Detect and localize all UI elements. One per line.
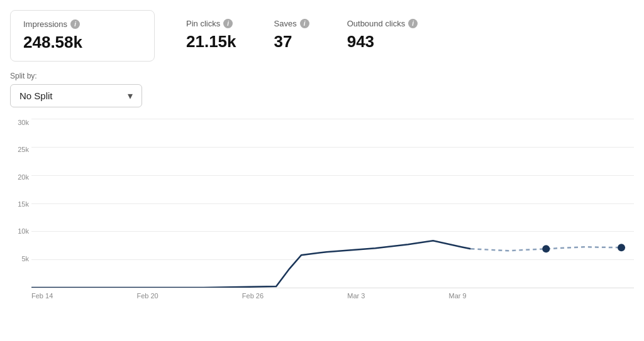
split-select[interactable]: No Split ▾	[10, 84, 142, 107]
impressions-value: 248.58k	[23, 33, 142, 52]
outbound-clicks-value: 943	[347, 32, 418, 51]
x-axis: Feb 14 Feb 20 Feb 26 Mar 3 Mar 9	[31, 288, 634, 300]
pin-clicks-label: Pin clicks i	[186, 19, 236, 28]
chevron-down-icon: ▾	[128, 90, 133, 102]
chart-svg	[31, 119, 634, 288]
outbound-clicks-card: Outbound clicks i 943	[328, 10, 437, 60]
y-axis: 30k 25k 20k 15k 10k 5k	[5, 119, 29, 282]
split-value: No Split	[19, 90, 53, 101]
y-label-20k: 20k	[18, 173, 29, 181]
impressions-label: Impressions i	[23, 19, 142, 29]
pin-clicks-info-icon[interactable]: i	[223, 19, 233, 28]
split-by-label: Split by:	[10, 72, 634, 80]
x-label-feb26: Feb 26	[242, 292, 264, 300]
impressions-info-icon[interactable]: i	[70, 19, 80, 29]
chart-dot-2	[618, 244, 625, 251]
x-label-mar3: Mar 3	[347, 292, 365, 300]
pin-clicks-value: 21.15k	[186, 32, 236, 51]
y-label-25k: 25k	[18, 146, 29, 153]
y-label-30k: 30k	[18, 119, 29, 126]
impressions-card: Impressions i 248.58k	[10, 10, 155, 62]
saves-value: 37	[274, 32, 309, 51]
x-label-mar9: Mar 9	[449, 292, 467, 300]
saves-card: Saves i 37	[255, 10, 328, 60]
x-label-feb20: Feb 20	[136, 292, 158, 300]
chart-area: 30k 25k 20k 15k 10k 5k Feb 14 Feb 20 Feb…	[0, 112, 644, 307]
y-label-5k: 5k	[21, 255, 29, 263]
split-section: Split by: No Split ▾	[0, 69, 644, 112]
y-label-10k: 10k	[18, 227, 29, 235]
chart-inner	[31, 119, 634, 288]
outbound-clicks-label: Outbound clicks i	[347, 19, 418, 28]
outbound-clicks-info-icon[interactable]: i	[408, 19, 418, 28]
saves-info-icon[interactable]: i	[300, 19, 309, 28]
x-label-feb14: Feb 14	[31, 292, 53, 300]
chart-line-solid	[31, 241, 471, 288]
saves-label: Saves i	[274, 19, 309, 28]
pin-clicks-card: Pin clicks i 21.15k	[167, 10, 255, 60]
y-label-15k: 15k	[18, 200, 29, 208]
metrics-row: Impressions i 248.58k Pin clicks i 21.15…	[0, 0, 644, 69]
chart-dot-1	[542, 245, 550, 252]
